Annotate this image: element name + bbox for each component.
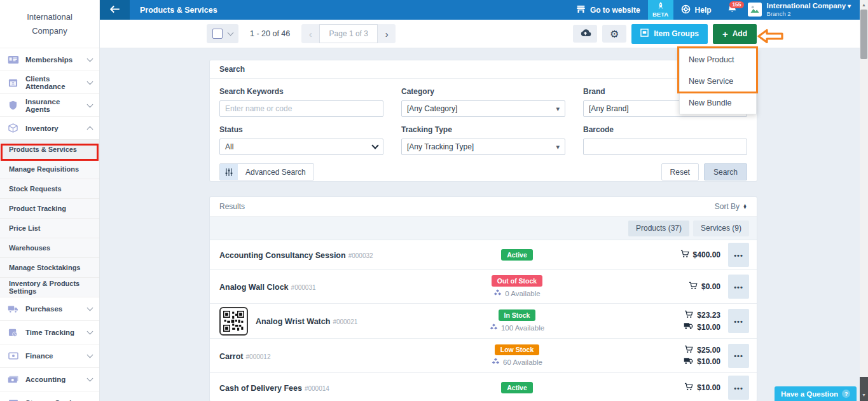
item-name-link[interactable]: Analog Wall Clock — [219, 283, 289, 292]
results-tabs: Products (37) Services (9) — [210, 217, 757, 240]
sliders-icon — [220, 164, 238, 180]
truck-icon — [7, 304, 19, 315]
sidebar-item-manage-requisitions[interactable]: Manage Requisitions — [0, 159, 99, 179]
select-all-checkbox[interactable] — [212, 29, 223, 39]
more-options-button[interactable] — [728, 243, 749, 267]
status-badge: Active — [501, 249, 533, 261]
sell-price: $10.00 — [684, 383, 720, 393]
page-indicator: Page 1 of 3 — [319, 24, 378, 43]
have-a-question-button[interactable]: Have a Question ? — [775, 386, 857, 401]
select-all-group[interactable] — [207, 24, 238, 43]
banknote-icon — [7, 374, 19, 385]
sidebar-item-clients-attendance[interactable]: Clients Attendance — [0, 71, 99, 93]
banknote-outline-icon — [7, 351, 19, 362]
attendance-calendar-icon — [7, 77, 19, 88]
barcode-label: Barcode — [583, 125, 747, 134]
collapse-sidebar-button[interactable] — [100, 0, 130, 20]
beta-badge[interactable]: BETA — [648, 0, 673, 20]
caret-down-icon — [556, 142, 560, 151]
search-panel-title: Search — [210, 60, 757, 79]
sort-by-control[interactable]: Sort By ▲▼ — [715, 202, 747, 211]
category-label: Category — [401, 87, 565, 96]
cart-icon — [680, 250, 689, 260]
more-options-button[interactable] — [728, 344, 749, 368]
item-name-link[interactable]: Carrot — [219, 352, 244, 361]
next-page-button[interactable] — [378, 24, 396, 43]
search-keywords-input[interactable] — [219, 100, 383, 117]
scrollbar-thumb[interactable] — [860, 10, 867, 59]
status-select[interactable]: All — [219, 139, 383, 155]
tracking-type-select[interactable]: [Any Tracking Type] — [401, 139, 565, 155]
sidebar-item-accounting[interactable]: Accounting — [0, 367, 99, 391]
sidebar-item-time-tracking[interactable]: Time Tracking — [0, 320, 99, 344]
sidebar-item-inventory-products-settings[interactable]: Inventory & Products Settings — [0, 277, 99, 297]
tab-products[interactable]: Products (37) — [628, 221, 689, 236]
search-button[interactable]: Search — [704, 163, 747, 180]
sidebar-item-product-tracking[interactable]: Product Tracking — [0, 198, 99, 218]
sidebar-item-memberships[interactable]: Memberships — [0, 48, 99, 71]
item-name-link[interactable]: Analog Wrist Watch — [256, 317, 330, 326]
menu-item-new-service[interactable]: New Service — [680, 71, 756, 92]
sell-price: $0.00 — [689, 282, 720, 292]
truck-icon — [684, 357, 693, 367]
item-code: #000014 — [305, 385, 329, 392]
item-groups-button[interactable]: Item Groups — [631, 24, 708, 44]
menu-item-new-product[interactable]: New Product — [680, 49, 756, 71]
list-toolbar: 1 - 20 of 46 Page 1 of 3 Item Groups — [100, 20, 860, 48]
pagination: Page 1 of 3 — [301, 24, 396, 43]
previous-page-button[interactable] — [301, 24, 319, 43]
add-button[interactable]: Add — [713, 24, 757, 44]
scroll-up-arrow[interactable]: ▲ — [860, 0, 868, 9]
results-range: 1 - 20 of 46 — [250, 29, 290, 38]
cart-icon — [689, 282, 698, 292]
sidebar-item-products-services[interactable]: Products & Services — [0, 139, 99, 159]
go-to-website-link[interactable]: Go to website — [568, 5, 648, 15]
sidebar-item-price-list[interactable]: Price List — [0, 218, 99, 238]
sidebar-item-warehouses[interactable]: Warehouses — [0, 238, 99, 257]
menu-item-new-bundle[interactable]: New Bundle — [680, 92, 756, 114]
notifications-button[interactable]: 155 — [719, 4, 745, 17]
cloud-upload-icon — [579, 29, 591, 39]
account-menu[interactable]: International Company Branch 2 — [745, 2, 860, 17]
stock-cubes-icon — [493, 289, 502, 298]
help-link[interactable]: Help — [673, 4, 719, 16]
item-name-link[interactable]: Accounting Consultancy Session — [219, 251, 346, 260]
settings-button[interactable] — [602, 25, 626, 43]
reset-button[interactable]: Reset — [661, 163, 699, 180]
import-export-button[interactable] — [573, 25, 597, 43]
chevron-down-icon[interactable] — [228, 30, 234, 36]
table-row: Carrot#000012 Low Stock 60 Available $25… — [210, 339, 757, 373]
cart-icon — [684, 383, 693, 393]
more-options-button[interactable] — [728, 376, 749, 400]
table-row: Cash of Delivery Fees#000014 Active $10.… — [210, 373, 757, 401]
sidebar-item-inventory[interactable]: Inventory — [0, 116, 99, 139]
chevron-up-icon — [87, 126, 93, 132]
item-code: #000012 — [246, 353, 271, 360]
barcode-input[interactable] — [583, 139, 747, 155]
category-select[interactable]: [Any Category] — [401, 100, 565, 117]
sidebar-item-storage-cards[interactable]: Storage Cards — [0, 391, 99, 401]
status-badge: Active — [501, 382, 533, 393]
chevron-down-icon — [87, 352, 93, 358]
sidebar-item-purchases[interactable]: Purchases — [0, 297, 99, 320]
sidebar-item-manage-stocktakings[interactable]: Manage Stocktakings — [0, 257, 99, 277]
question-mark-icon: ? — [842, 390, 850, 398]
company-logo-text: International Company — [0, 0, 99, 48]
scroll-down-arrow[interactable]: ▼ — [860, 377, 868, 401]
more-options-button[interactable] — [728, 275, 749, 299]
availability: 100 Available — [490, 323, 544, 332]
availability: 60 Available — [492, 358, 542, 367]
sidebar-item-insurance-agents[interactable]: Insurance Agents — [0, 93, 99, 116]
vertical-scrollbar[interactable]: ▲ ▼ — [860, 0, 868, 401]
top-navigation-bar: Products & Services Go to website BETA H… — [100, 0, 860, 20]
chevron-down-icon — [87, 399, 93, 401]
more-options-button[interactable] — [728, 309, 749, 333]
advanced-search-button[interactable]: Advanced Search — [219, 163, 314, 180]
tab-services[interactable]: Services (9) — [693, 221, 749, 236]
sidebar-item-finance[interactable]: Finance — [0, 344, 99, 367]
sidebar-item-stock-requests[interactable]: Stock Requests — [0, 179, 99, 198]
chevron-down-icon — [87, 55, 93, 62]
item-name-link[interactable]: Cash of Delivery Fees — [219, 384, 302, 393]
truck-icon — [684, 322, 693, 332]
company-name: International Company — [767, 2, 851, 10]
